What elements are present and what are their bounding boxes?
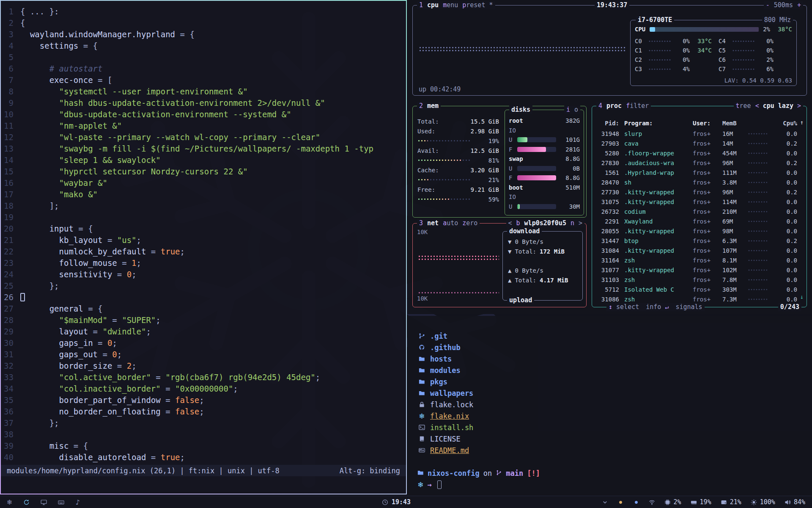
tree-toggle[interactable]: tree [736, 102, 751, 110]
chevron-down-icon[interactable] [602, 499, 608, 505]
process-row[interactable]: 27903cavafros+14M0.2 [592, 138, 807, 148]
editor-line[interactable]: 13 "swaybg -m fill -i $(find ~/Pictures/… [1, 143, 406, 155]
network-interface-selector[interactable]: <b wlp0s20f0u5 n> [506, 219, 584, 227]
process-row[interactable]: 5712Isolated Web Cfros+303M0.0 [592, 284, 807, 294]
keyboard-icon[interactable] [58, 499, 64, 505]
editor-line[interactable]: 14 "sleep 1 && swaylock" [1, 155, 406, 166]
proc-footer-actions[interactable]: ↕ selectinfo ↵signals [606, 303, 705, 311]
editor-line[interactable]: 5 [1, 52, 406, 63]
proc-signals-action[interactable]: signals [675, 303, 702, 311]
proc-select-action[interactable]: ↕ select [609, 303, 639, 311]
editor-line[interactable]: 2{ [1, 17, 406, 29]
display-icon[interactable] [41, 499, 47, 505]
proc-header-user[interactable]: User: [693, 120, 722, 127]
editor-buffer[interactable]: 1{ ... }:2{3 wayland.windowManager.hyprl… [1, 1, 406, 463]
proc-header-mem[interactable]: MemB [722, 120, 746, 127]
process-row[interactable]: 31103zshfros+7.8M0.0 [592, 275, 807, 284]
editor-line[interactable]: 8 "systemctl --user import-environment &… [1, 86, 406, 97]
editor-line[interactable]: 11 "nm-applet &" [1, 120, 406, 132]
btop-option[interactable]: menu [443, 1, 458, 9]
editor-line[interactable]: 23 follow_mouse = 1; [1, 257, 406, 269]
editor-line[interactable]: 21 kb_layout = "us"; [1, 235, 406, 246]
process-row[interactable]: 31447btopfros+6.3M0.2 [592, 236, 807, 246]
editor-line[interactable]: 37 }; [1, 417, 406, 429]
bar-metric[interactable]: 2% [664, 498, 681, 506]
editor-line[interactable]: 1{ ... }: [1, 6, 406, 17]
bar-clock[interactable]: 19:43 [382, 498, 411, 506]
shell-input-line[interactable]: ❄→ [417, 479, 812, 490]
proc-box-title[interactable]: 4procfilter [596, 102, 651, 110]
editor-line[interactable]: 35 border_part_of_window = false; [1, 395, 406, 406]
editor-line[interactable]: 9 "hash dbus-update-activation-environme… [1, 97, 406, 109]
editor-line[interactable]: 18 ]; [1, 200, 406, 212]
proc-sort-control[interactable]: tree< cpu lazy > [734, 102, 804, 110]
editor-line[interactable]: 39 misc = { [1, 440, 406, 452]
editor-line[interactable]: 38 [1, 429, 406, 440]
dot-icon[interactable] [633, 499, 639, 505]
editor-line[interactable]: 16 "waybar &" [1, 177, 406, 189]
editor-line[interactable]: 25 }; [1, 280, 406, 292]
wifi-icon[interactable] [649, 499, 655, 505]
btop-option[interactable]: auto [443, 219, 458, 227]
editor-line[interactable]: 19 [1, 212, 406, 223]
bar-metric[interactable]: 19% [691, 498, 711, 506]
process-row[interactable]: 5280.floorp-wrappefros+454M0.0 [592, 148, 807, 158]
process-row[interactable]: 27730.kitty-wrappedfros+96M0.2 [592, 187, 807, 197]
editor-line[interactable]: 12 "wl-paste --primary --watch wl-copy -… [1, 132, 406, 143]
editor-line[interactable]: 7 exec-once = [ [1, 75, 406, 86]
process-row[interactable]: 1561.Hyprland-wrapfros+111M0.0 [592, 168, 807, 177]
process-row[interactable]: 31948slurpfros+16M0.0 [592, 129, 807, 138]
music-icon[interactable]: ♪ [75, 498, 80, 506]
editor-line[interactable]: 6 # autostart [1, 63, 406, 75]
bar-metric[interactable]: 100% [751, 498, 775, 506]
process-row[interactable]: 28055.kitty-wrappedfros+98M0.0 [592, 226, 807, 236]
editor-line[interactable]: 3 wayland.windowManager.hyprland = { [1, 29, 406, 40]
process-row[interactable]: 2291Xwaylandfros+69M0.0 [592, 216, 807, 226]
proc-info-action[interactable]: info ↵ [646, 303, 669, 311]
mem-box-title[interactable]: 2mem [417, 102, 441, 110]
btop-option[interactable]: filter [626, 102, 649, 110]
editor-line[interactable]: 33 "col.active_border" = "rgb(cba6f7) rg… [1, 372, 406, 383]
editor-line[interactable]: 22 numlock_by_default = true; [1, 246, 406, 257]
disks-io-toggle[interactable]: io [564, 106, 580, 114]
editor-line[interactable]: 40 disable_autoreload = true; [1, 452, 406, 463]
editor-line[interactable]: 4 settings = { [1, 40, 406, 52]
bar-metric[interactable]: 21% [721, 498, 741, 506]
process-row[interactable]: 26732codiumfros+210M0.0 [592, 207, 807, 216]
cpu-box-title[interactable]: 1cpumenupreset * [417, 1, 495, 9]
btop-window[interactable]: 1cpumenupreset * 19:43:37 -500ms+ i7-670… [407, 0, 812, 314]
process-row[interactable]: 27830.audacious-wrafros+96M0.2 [592, 158, 807, 168]
proc-scroll-up-icon[interactable]: ↑ [800, 119, 804, 126]
nix-icon[interactable]: ❄ [7, 498, 12, 506]
editor-line[interactable]: 17 "mako &" [1, 189, 406, 200]
editor-line[interactable]: 32 border_size = 2; [1, 360, 406, 372]
editor-line[interactable]: 26 [1, 292, 406, 303]
editor-line[interactable]: 34 "col.inactive_border" = "0x00000000"; [1, 383, 406, 395]
editor-line[interactable]: 31 gaps_out = 0; [1, 349, 406, 360]
editor-line[interactable]: 24 sensitivity = 0; [1, 269, 406, 280]
terminal-window[interactable]: .git.githubhostsmodulespkgswallpapersfla… [407, 316, 812, 495]
process-row[interactable]: 28470shfros+3.8M0.0 [592, 177, 807, 187]
proc-header-pid[interactable]: Pid: [592, 120, 619, 127]
dot-icon[interactable] [617, 499, 624, 505]
update-interval-control[interactable]: -500ms+ [764, 1, 803, 9]
editor-line[interactable]: 30 gaps_in = 0; [1, 337, 406, 349]
history-icon[interactable] [23, 499, 30, 505]
editor-line[interactable]: 15 "hyprctl setcursor Nordzy-cursors 22 … [1, 166, 406, 177]
process-row[interactable]: 31086zshfros+7.3M0.0 [592, 294, 807, 304]
editor-line[interactable]: 27 general = { [1, 303, 406, 315]
proc-header-program[interactable]: Program: [619, 120, 693, 127]
process-row[interactable]: 31084.kitty-wrappedfros+107M0.0 [592, 246, 807, 255]
editor-line[interactable]: 29 layout = "dwindle"; [1, 326, 406, 337]
editor-window[interactable]: 1{ ... }:2{3 wayland.windowManager.hyprl… [0, 0, 407, 494]
process-row[interactable]: 31075.kitty-wrappedfros+114M0.0 [592, 197, 807, 207]
editor-line[interactable]: 36 no_border_on_floating = false; [1, 406, 406, 417]
proc-scroll-down-icon[interactable]: ↓ [800, 293, 804, 300]
bar-metric[interactable]: 84% [785, 498, 805, 506]
btop-option[interactable]: zero [462, 219, 477, 227]
btop-option[interactable]: preset * [462, 1, 493, 9]
sort-selector[interactable]: < cpu lazy > [755, 102, 801, 110]
process-row[interactable]: 31164zshfros+8.1M0.0 [592, 255, 807, 265]
net-box-title[interactable]: 3netautozero [417, 219, 480, 227]
process-row[interactable]: 31077.kitty-wrappedfros+102M0.0 [592, 265, 807, 275]
